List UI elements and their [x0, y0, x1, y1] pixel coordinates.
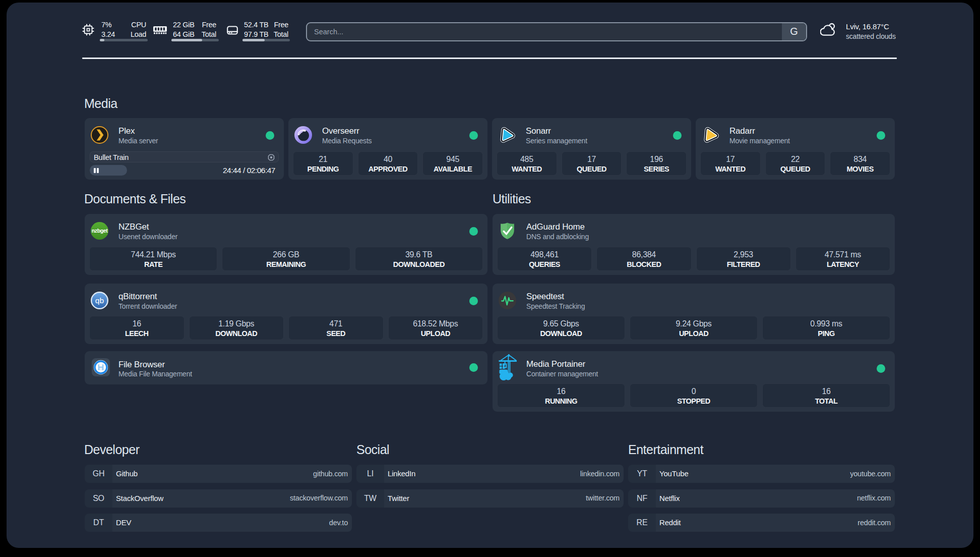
svg-text:qb: qb: [95, 296, 104, 305]
svg-text:nzbget: nzbget: [92, 228, 108, 234]
